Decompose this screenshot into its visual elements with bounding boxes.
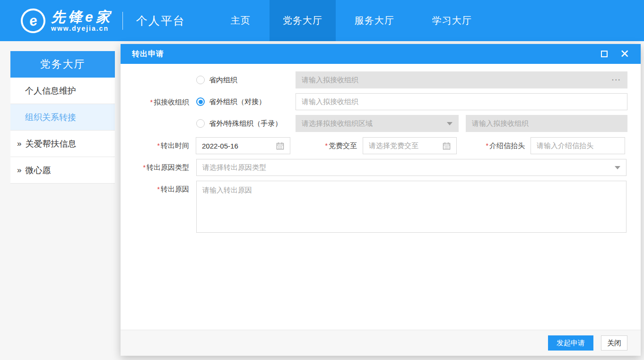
radio-label: 省外组织（对接） <box>209 97 266 106</box>
sidebar: 党务大厅 个人信息维护 组织关系转接 » 关爱帮扶信息 » 微心愿 <box>10 51 115 184</box>
label-receiving-org: *拟接收组织 <box>121 94 189 111</box>
placeholder-text: 请选择拟接收组织区域 <box>302 119 443 128</box>
app-logo[interactable]: e 先锋e家 www.dyejia.cn <box>21 9 113 33</box>
outside-org-input[interactable]: 请输入拟接收组织 <box>296 93 627 110</box>
dialog-body: *拟接收组织 省内组织 省外组织（对接） 省外/特殊组织（手录） 请输入拟接收组… <box>121 64 641 330</box>
required-asterisk: * <box>143 164 146 171</box>
required-asterisk: * <box>157 185 160 193</box>
province-org-input: 请输入拟接收组织 ··· <box>296 71 627 88</box>
calendar-icon <box>276 142 284 150</box>
logo-icon: e <box>18 6 48 35</box>
sidebar-item-care-support[interactable]: » 关爱帮扶信息 <box>10 131 115 157</box>
placeholder-text: 请选择党费交至 <box>369 141 439 150</box>
radio-icon[interactable] <box>196 76 205 84</box>
dialog-footer: 发起申请 关闭 <box>121 330 641 356</box>
double-chevron-icon: » <box>17 139 21 149</box>
double-chevron-icon: » <box>17 166 21 175</box>
logo-url: www.dyejia.cn <box>51 25 113 32</box>
label-reason-type: *转出原因类型 <box>121 159 189 176</box>
required-asterisk: * <box>157 142 160 149</box>
sidebar-item-label: 组织关系转接 <box>25 112 76 123</box>
calendar-icon <box>443 142 451 150</box>
label-letter-title: *介绍信抬头 <box>463 137 525 154</box>
placeholder-text: 请输入拟接收组织 <box>302 97 621 106</box>
placeholder-text: 请输入转出原因 <box>202 186 252 194</box>
region-select: 请选择拟接收组织区域 <box>296 115 459 132</box>
logo-title: 先锋e家 <box>51 9 113 25</box>
close-button[interactable]: 关闭 <box>601 335 627 351</box>
dialog-title: 转出申请 <box>132 49 164 59</box>
reason-textarea[interactable]: 请输入转出原因 <box>196 181 627 233</box>
close-icon[interactable]: ✕ <box>620 48 629 60</box>
radio-label: 省外/特殊组织（手录） <box>209 119 282 128</box>
reason-type-select[interactable]: 请选择转出原因类型 <box>196 159 627 176</box>
transfer-date-input[interactable]: 2022-05-16 <box>196 137 290 154</box>
chevron-down-icon <box>447 122 453 125</box>
sidebar-item-personal-info[interactable]: 个人信息维护 <box>10 78 115 104</box>
nav-item-service-hall[interactable]: 服务大厅 <box>336 0 413 41</box>
dialog-titlebar: 转出申请 ✕ <box>121 44 641 64</box>
required-asterisk: * <box>486 142 488 149</box>
nav-item-home[interactable]: 主页 <box>212 0 270 41</box>
label-transfer-date: *转出时间 <box>121 137 189 154</box>
radio-province-external[interactable]: 省外组织（对接） <box>196 93 266 110</box>
sidebar-item-org-transfer[interactable]: 组织关系转接 <box>10 104 115 131</box>
nav-item-party-hall[interactable]: 党务大厅 <box>270 0 336 41</box>
transfer-out-dialog: 转出申请 ✕ *拟接收组织 省内组织 省外组织（对接） 省外/特殊组织（手录） … <box>121 44 641 356</box>
header-divider <box>122 12 123 30</box>
sidebar-item-label: 微心愿 <box>25 165 51 176</box>
sidebar-item-label: 个人信息维护 <box>25 85 76 97</box>
more-options-button[interactable]: ··· <box>612 76 621 84</box>
label-reason: *转出原因 <box>121 181 189 198</box>
dues-paid-to-input[interactable]: 请选择党费交至 <box>363 137 457 154</box>
radio-special-manual[interactable]: 省外/特殊组织（手录） <box>196 115 282 132</box>
sidebar-item-label: 关爱帮扶信息 <box>25 138 76 149</box>
placeholder-text: 请输入拟接收组织 <box>472 119 621 128</box>
date-value: 2022-05-16 <box>202 142 272 150</box>
label-dues-paid-to: *党费交至 <box>300 137 357 154</box>
placeholder-text: 请选择转出原因类型 <box>202 163 611 172</box>
radio-icon[interactable] <box>196 119 205 128</box>
required-asterisk: * <box>325 142 328 149</box>
sidebar-item-micro-wish[interactable]: » 微心愿 <box>10 157 115 184</box>
letter-title-input[interactable]: 请输入介绍信抬头 <box>531 137 625 154</box>
required-asterisk: * <box>150 98 153 106</box>
submit-application-button[interactable]: 发起申请 <box>548 335 593 351</box>
manual-org-input: 请输入拟接收组织 <box>466 115 627 132</box>
top-header: e 先锋e家 www.dyejia.cn 个人平台 主页 党务大厅 服务大厅 学… <box>0 0 644 41</box>
chevron-down-icon <box>615 166 620 169</box>
top-nav: 主页 党务大厅 服务大厅 学习大厅 <box>212 0 491 41</box>
radio-label: 省内组织 <box>209 76 237 85</box>
radio-icon-checked[interactable] <box>196 97 205 106</box>
placeholder-text: 请输入拟接收组织 <box>302 76 612 85</box>
maximize-icon[interactable] <box>601 51 608 57</box>
placeholder-text: 请输入介绍信抬头 <box>537 141 619 150</box>
sidebar-title: 党务大厅 <box>10 51 115 78</box>
platform-label: 个人平台 <box>136 13 185 28</box>
nav-item-study-hall[interactable]: 学习大厅 <box>413 0 491 41</box>
radio-province-internal[interactable]: 省内组织 <box>196 71 237 88</box>
